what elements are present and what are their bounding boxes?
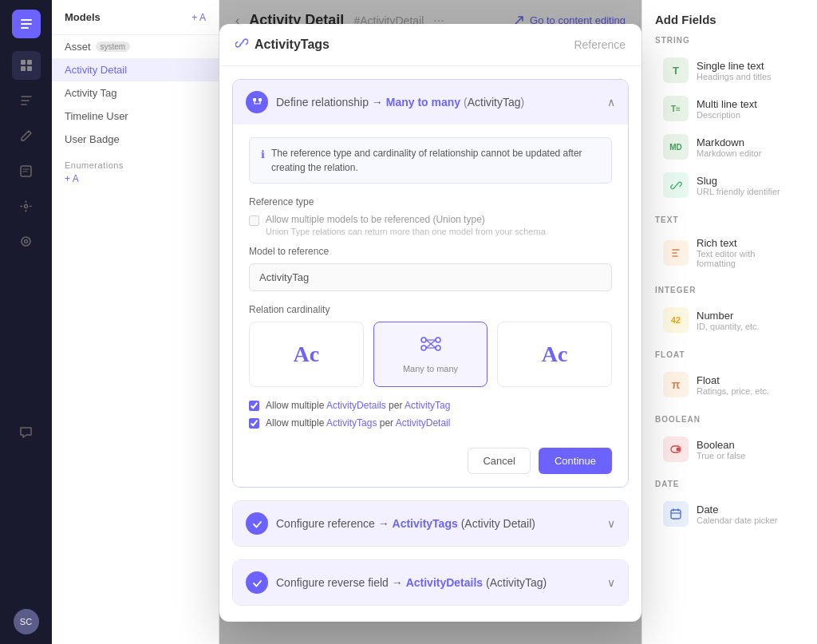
nav-panel: Models + A Asset system Activity Detail … — [52, 0, 219, 644]
svg-rect-2 — [21, 66, 26, 71]
float-section-label: FLOAT — [655, 350, 804, 359]
configure-reference-chevron: ∨ — [607, 517, 615, 530]
sidebar-icon-edit[interactable] — [12, 121, 41, 150]
svg-rect-0 — [21, 60, 26, 65]
configure-reference-section: Configure reference → ActivityTags (Acti… — [232, 500, 629, 547]
field-type-slug[interactable]: Slug URL friendly identifier — [655, 166, 804, 204]
svg-point-9 — [421, 338, 426, 342]
sidebar-icon-pages[interactable] — [12, 156, 41, 185]
allow-multiple-tags-checkbox[interactable] — [249, 418, 259, 429]
sidebar-icon-chat[interactable] — [12, 418, 41, 447]
configure-reference-header[interactable]: Configure reference → ActivityTags (Acti… — [233, 501, 628, 546]
sidebar-icon-content[interactable] — [12, 86, 41, 115]
union-type-label: Allow multiple models to be referenced (… — [266, 214, 546, 225]
svg-point-6 — [25, 239, 28, 243]
define-relationship-header[interactable]: Define relationship → Many to many (Acti… — [233, 80, 628, 124]
svg-point-5 — [25, 204, 28, 207]
nav-models-label: Models — [65, 11, 101, 23]
number-icon: 42 — [663, 307, 689, 333]
svg-point-11 — [421, 346, 426, 350]
field-type-float[interactable]: π Float Ratings, price, etc. — [655, 365, 804, 404]
nav-item-user-badge[interactable]: User Badge — [52, 128, 219, 151]
sidebar: SC — [0, 0, 52, 644]
nav-add-model-button[interactable]: + A — [191, 12, 206, 23]
configure-reverse-title: Configure reverse field → ActivityDetail… — [276, 576, 547, 589]
cardinality-many-to-one[interactable]: Ac — [497, 322, 612, 387]
cancel-button[interactable]: Cancel — [468, 448, 530, 474]
cardinality-many-to-many[interactable]: Many to many — [373, 322, 488, 387]
activity-tags-link-2[interactable]: ActivityTags — [326, 417, 377, 429]
nav-enumerations-label: Enumerations — [52, 151, 219, 173]
union-type-row: Allow multiple models to be referenced (… — [249, 214, 612, 236]
define-relationship-section: Define relationship → Many to many (Acti… — [232, 79, 629, 488]
svg-rect-3 — [27, 66, 32, 71]
continue-button[interactable]: Continue — [539, 448, 612, 474]
modal-link-icon — [235, 37, 248, 53]
date-section-label: DATE — [655, 480, 804, 488]
nav-item-activity-tag[interactable]: Activity Tag — [52, 81, 219, 105]
cardinality-one-to-many[interactable]: Ac — [249, 322, 364, 387]
field-type-single-line-text[interactable]: T Single line text Headings and titles — [655, 51, 804, 89]
cardinality-label: Relation cardinality — [249, 304, 612, 315]
union-type-checkbox[interactable] — [249, 215, 259, 226]
configure-reference-title: Configure reference → ActivityTags (Acti… — [276, 517, 535, 530]
boolean-section-label: BOOLEAN — [655, 415, 804, 424]
app-logo[interactable] — [12, 10, 41, 38]
allow-multiple-details-checkbox[interactable] — [249, 401, 259, 411]
modal-header-left: ActivityTags — [235, 37, 330, 53]
slug-icon — [663, 172, 689, 198]
model-to-ref-label: Model to reference — [249, 246, 612, 257]
boolean-section: BOOLEAN Boolean True or false — [655, 415, 804, 468]
model-to-ref-input[interactable] — [249, 263, 612, 291]
svg-point-10 — [436, 338, 440, 342]
text-section: TEXT Rich text Text editor with formatti… — [655, 215, 804, 275]
multi-line-text-icon: T≡ — [663, 96, 689, 121]
float-icon: π — [663, 372, 689, 397]
modal-overlay: ActivityTags Reference Define relationsh… — [219, 0, 641, 644]
warning-box: ℹ The reference type and cardinality of … — [249, 137, 612, 184]
field-type-multi-line-text[interactable]: T≡ Multi line text Description — [655, 89, 804, 128]
modal-dialog: ActivityTags Reference Define relationsh… — [219, 24, 641, 622]
svg-rect-1 — [27, 60, 32, 65]
svg-rect-8 — [259, 98, 262, 101]
svg-rect-19 — [671, 510, 681, 519]
sidebar-icon-models[interactable] — [12, 51, 41, 80]
define-relationship-icon — [246, 91, 268, 113]
nav-models-header: Models + A — [52, 0, 219, 35]
field-type-date[interactable]: Date Calendar date picker — [655, 495, 804, 533]
configure-reverse-done-icon — [246, 571, 268, 594]
field-type-rich-text[interactable]: Rich text Text editor with formatting — [655, 231, 804, 275]
float-section: FLOAT π Float Ratings, price, etc. — [655, 350, 804, 404]
cardinality-many-to-many-label: Many to many — [403, 364, 458, 373]
string-section-label: STRING — [655, 36, 804, 45]
activity-tag-link-1[interactable]: ActivityTag — [405, 400, 450, 411]
field-type-boolean[interactable]: Boolean True or false — [655, 430, 804, 468]
activity-details-link-1[interactable]: ActivityDetails — [326, 400, 386, 411]
nav-item-activity-detail[interactable]: Activity Detail — [52, 58, 219, 81]
date-icon — [663, 501, 689, 527]
nav-item-timeline-user[interactable]: Timeline User — [52, 105, 219, 128]
nav-add-enum-button[interactable]: + A — [65, 173, 79, 184]
user-avatar[interactable]: SC — [14, 609, 39, 634]
define-relationship-title: Define relationship → Many to many (Acti… — [276, 96, 524, 109]
nav-item-asset[interactable]: Asset system — [52, 35, 219, 58]
add-fields-title: Add Fields — [655, 13, 804, 26]
configure-reverse-chevron: ∨ — [607, 576, 615, 589]
field-type-number[interactable]: 42 Number ID, quantity, etc. — [655, 301, 804, 339]
ref-type-label: Reference type — [249, 196, 612, 207]
text-section-label: TEXT — [655, 215, 804, 224]
boolean-icon — [663, 437, 689, 462]
svg-point-12 — [436, 346, 440, 350]
field-type-markdown[interactable]: MD Markdown Markdown editor — [655, 128, 804, 166]
svg-point-18 — [677, 448, 681, 452]
configure-reverse-header[interactable]: Configure reverse field → ActivityDetail… — [233, 560, 628, 605]
markdown-icon: MD — [663, 134, 689, 160]
modal-header: ActivityTags Reference — [219, 24, 641, 66]
allow-row-2: Allow multiple ActivityTags per Activity… — [249, 417, 612, 429]
define-relationship-chevron: ∧ — [607, 96, 615, 109]
allow-row-1: Allow multiple ActivityDetails per Activ… — [249, 400, 612, 411]
sidebar-icon-api[interactable] — [12, 227, 41, 255]
sidebar-icon-settings[interactable] — [12, 192, 41, 220]
right-panel: Add Fields STRING T Single line text Hea… — [641, 0, 817, 644]
activity-detail-link-2[interactable]: ActivityDetail — [396, 417, 451, 429]
